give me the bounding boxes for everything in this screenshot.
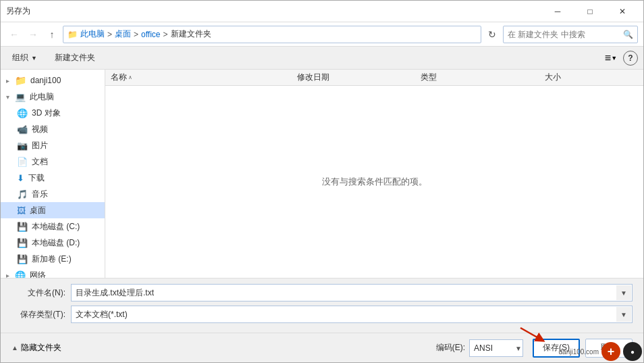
col-header-type[interactable]: 类型 — [421, 72, 545, 83]
dialog-title: 另存为 — [6, 5, 542, 17]
filetype-row: 保存类型(T): ▼ — [11, 306, 633, 323]
organize-button[interactable]: 组织 ▼ — [6, 49, 43, 67]
maximize-button[interactable]: □ — [574, 1, 606, 22]
breadcrumb: 📁 此电脑 > 桌面 > office > 新建文件夹 — [63, 26, 481, 43]
sidebar-item-label: 文档 — [32, 156, 48, 168]
computer-icon: 💻 — [15, 92, 26, 102]
music-icon: 🎵 — [17, 189, 28, 199]
breadcrumb-sep-3: > — [163, 30, 168, 39]
view-button[interactable]: ≡ ▼ — [601, 49, 620, 67]
breadcrumb-desktop[interactable]: 桌面 — [115, 28, 131, 40]
breadcrumb-office[interactable]: office — [141, 30, 160, 39]
main-area: ▸ 📁 danji100 ▾ 💻 此电脑 🌐 3D 对象 📹 视频 — [1, 70, 643, 278]
sidebar-item-label: 3D 对象 — [32, 107, 61, 119]
sidebar-item-label: 本地磁盘 (D:) — [32, 237, 80, 249]
sort-arrow-icon: ∧ — [128, 74, 132, 80]
filetype-dropdown-button[interactable]: ▼ — [616, 307, 631, 322]
desktop-icon: 🖼 — [17, 205, 26, 216]
toolbar-right: ≡ ▼ ? — [601, 49, 638, 67]
minimize-button[interactable]: ─ — [542, 1, 573, 22]
file-list-area: 名称 ∧ 修改日期 类型 大小 没有与搜索条件匹配的项。 — [105, 70, 643, 278]
watermark-plus-icon: + — [601, 342, 620, 361]
sidebar-item-label: danji100 — [30, 76, 61, 85]
network-icon: 🌐 — [15, 270, 26, 279]
file-list-empty: 没有与搜索条件匹配的项。 — [105, 86, 643, 278]
sidebar-item-label: 图片 — [32, 140, 48, 151]
sidebar-item-documents[interactable]: 📄 文档 — [1, 153, 105, 170]
doc-icon: 📄 — [17, 157, 28, 167]
up-button[interactable]: ↑ — [44, 26, 60, 43]
hide-files-label: 隐藏文件夹 — [21, 342, 61, 354]
new-folder-label: 新建文件夹 — [55, 52, 95, 64]
expand-icon: ▾ — [6, 93, 9, 101]
red-arrow-icon — [514, 324, 554, 345]
encoding-section: 编码(E): ANSI UTF-8 UTF-16 Unicode ▼ — [436, 339, 527, 357]
search-bar: 🔍 — [503, 26, 638, 43]
sidebar-item-downloads[interactable]: ⬇ 下载 — [1, 170, 105, 186]
help-button[interactable]: ? — [623, 51, 638, 66]
sidebar: ▸ 📁 danji100 ▾ 💻 此电脑 🌐 3D 对象 📹 视频 — [1, 70, 105, 278]
sidebar-item-network[interactable]: ▸ 🌐 网络 — [1, 267, 105, 278]
filename-dropdown-button[interactable]: ▼ — [616, 285, 631, 300]
filename-label: 文件名(N): — [11, 287, 65, 299]
view-arrow-icon: ▼ — [611, 55, 617, 62]
hide-files-icon: ▲ — [11, 344, 18, 352]
sidebar-item-danji100[interactable]: ▸ 📁 danji100 — [1, 72, 105, 89]
toolbar: 组织 ▼ 新建文件夹 ≡ ▼ ? — [1, 47, 643, 70]
col-size-label: 大小 — [545, 72, 561, 83]
col-header-name[interactable]: 名称 ∧ — [111, 72, 297, 83]
sidebar-item-drive-e[interactable]: 💾 新加卷 (E:) — [1, 251, 105, 267]
expand-icon: ▸ — [6, 77, 9, 84]
close-button[interactable]: ✕ — [607, 1, 638, 22]
organize-arrow-icon: ▼ — [31, 55, 37, 62]
picture-icon: 📷 — [17, 141, 28, 151]
hide-files-section: ▲ 隐藏文件夹 — [11, 342, 61, 354]
folder-icon: 📁 — [15, 75, 26, 86]
sidebar-item-label: 新加卷 (E:) — [32, 253, 72, 265]
filetype-input[interactable] — [71, 306, 633, 323]
breadcrumb-pc[interactable]: 此电脑 — [80, 28, 105, 40]
watermark: danji100.com + ● — [559, 342, 642, 361]
col-header-date[interactable]: 修改日期 — [297, 72, 421, 83]
sidebar-item-video[interactable]: 📹 视频 — [1, 121, 105, 137]
col-header-size[interactable]: 大小 — [545, 72, 638, 83]
filename-input[interactable] — [71, 284, 633, 301]
new-folder-button[interactable]: 新建文件夹 — [49, 49, 101, 67]
sidebar-item-label: 音乐 — [32, 189, 48, 200]
sidebar-item-pictures[interactable]: 📷 图片 — [1, 137, 105, 153]
filetype-label: 保存类型(T): — [11, 309, 65, 320]
title-bar: 另存为 ─ □ ✕ — [1, 1, 643, 22]
empty-message: 没有与搜索条件匹配的项。 — [322, 176, 427, 188]
organize-label: 组织 — [12, 52, 28, 64]
watermark-dot-icon: ● — [623, 342, 642, 361]
refresh-button[interactable]: ↻ — [484, 26, 500, 43]
sidebar-item-3dobjects[interactable]: 🌐 3D 对象 — [1, 105, 105, 121]
sidebar-item-label: 视频 — [32, 124, 48, 135]
back-button[interactable]: ← — [6, 26, 22, 43]
forward-button[interactable]: → — [25, 26, 41, 43]
col-date-label: 修改日期 — [297, 72, 329, 83]
encoding-label: 编码(E): — [436, 342, 465, 354]
watermark-text: danji100.com — [559, 348, 599, 356]
sidebar-item-thispc[interactable]: ▾ 💻 此电脑 — [1, 89, 105, 105]
breadcrumb-sep-2: > — [134, 30, 138, 39]
svg-line-1 — [520, 328, 541, 339]
column-headers: 名称 ∧ 修改日期 类型 大小 — [105, 70, 643, 86]
footer: ▲ 隐藏文件夹 编码(E): ANSI UTF-8 UTF-16 Unicode… — [1, 333, 643, 362]
save-as-dialog: 另存为 ─ □ ✕ ← → ↑ 📁 此电脑 > 桌面 > office > 新建… — [0, 0, 644, 363]
folder-icon: 📁 — [68, 30, 78, 39]
address-bar: ← → ↑ 📁 此电脑 > 桌面 > office > 新建文件夹 ↻ 🔍 — [1, 22, 643, 47]
search-input[interactable] — [508, 30, 620, 39]
video-icon: 📹 — [17, 124, 28, 135]
sidebar-item-label: 下载 — [28, 172, 45, 184]
sidebar-item-drive-d[interactable]: 💾 本地磁盘 (D:) — [1, 235, 105, 251]
expand-icon: ▸ — [6, 272, 9, 279]
filetype-input-container: ▼ — [71, 306, 633, 323]
sidebar-item-music[interactable]: 🎵 音乐 — [1, 186, 105, 202]
sidebar-item-desktop[interactable]: 🖼 桌面 — [1, 202, 105, 218]
breadcrumb-sep-1: > — [107, 30, 112, 39]
sidebar-item-drive-c[interactable]: 💾 本地磁盘 (C:) — [1, 218, 105, 235]
col-name-label: 名称 — [111, 72, 127, 83]
filename-input-container: ▼ — [71, 284, 633, 301]
filename-row: 文件名(N): ▼ — [11, 284, 633, 301]
